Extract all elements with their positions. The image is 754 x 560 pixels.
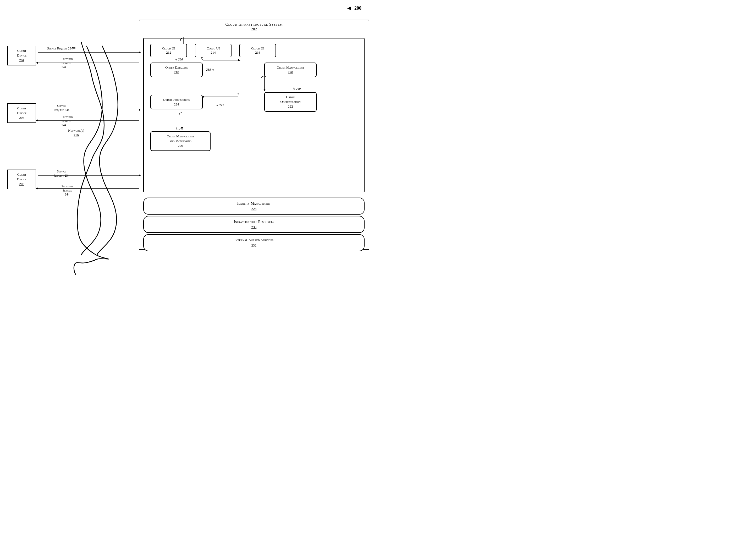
cd-204-number: 204 <box>19 58 24 62</box>
order-database-218: Order Database 218 <box>150 62 203 77</box>
cloud-ui-214: Cloud UI 214 <box>195 44 232 57</box>
provided-service-244-mid: ProvidedService244 <box>61 115 73 127</box>
cd-208-label: ClientDevice <box>17 173 26 181</box>
client-device-206: ClientDevice 206 <box>7 103 36 123</box>
service-request-234-mid: ServiceRequest 234 <box>54 104 70 112</box>
cloud-infra-system: Cloud Infrastructure System 202 Cloud UI… <box>139 20 369 250</box>
fig-label: 200 <box>354 5 362 11</box>
order-orchestration-222: OrderOrchestration 222 <box>264 92 317 112</box>
cloud-ui-216: Cloud UI 216 <box>239 44 276 57</box>
network-label-210: Network(s) 210 <box>68 128 84 138</box>
client-device-208: ClientDevice 208 <box>7 169 36 189</box>
cd-208-number: 208 <box>19 182 24 186</box>
inner-services-box: Cloud UI 212 Cloud UI 214 Cloud UI 216 ↳… <box>143 38 365 192</box>
service-request-234-bot: ServiceRequest 234 <box>54 169 70 178</box>
ref-240: ↳ 240 <box>292 87 301 91</box>
cloud-ui-212: Cloud UI 212 <box>150 44 187 57</box>
identity-management-228: Identity Management 228 <box>143 198 365 215</box>
svg-marker-7 <box>36 119 38 121</box>
infrastructure-resources-230: Infrastructure Resources 230 <box>143 216 365 233</box>
svg-marker-3 <box>36 62 38 64</box>
client-device-204: ClientDevice 204 <box>7 46 36 65</box>
ref-242: ↳ 242 <box>216 103 224 107</box>
cd-206-label: ClientDevice <box>17 106 26 115</box>
order-mgmt-monitoring-226: Order Managementand Monitoring 226 <box>150 132 211 151</box>
figure-number: ◄ 200 <box>346 5 362 12</box>
order-management-220: Order Management 220 <box>264 62 317 77</box>
ref-236: ↳ 236 <box>175 58 183 61</box>
order-provisioning-224: Order Provisioning 224 <box>150 95 203 109</box>
cd-206-number: 206 <box>19 116 24 120</box>
cloud-infra-title: Cloud Infrastructure System 202 <box>139 20 369 32</box>
internal-shared-services-232: Internal Shared Services 232 <box>143 234 365 251</box>
fig-arrow: ◄ <box>346 5 352 12</box>
ref-238: 238 ↳ <box>206 68 214 72</box>
provided-service-244-top: ProvidedService244 <box>61 57 73 69</box>
provided-service-244-bot: ProvidedService244 <box>61 184 73 197</box>
service-request-234-top: Service Request 234 ➥ <box>47 46 73 51</box>
ref-246: ↳ 246 <box>175 127 183 131</box>
svg-marker-11 <box>36 187 38 189</box>
cd-204-label: ClientDevice <box>17 49 26 57</box>
